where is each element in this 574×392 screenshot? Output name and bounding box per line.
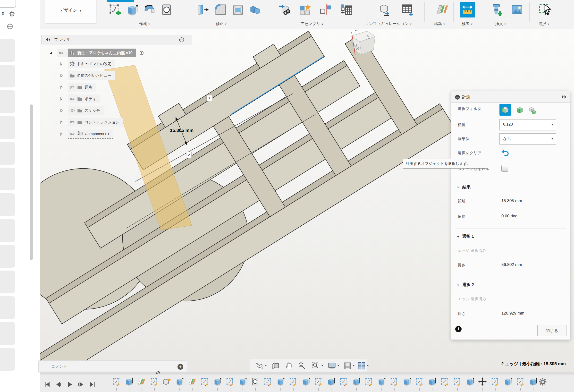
filter-face-button[interactable] bbox=[499, 104, 511, 116]
precision-select[interactable]: 0.123▼ bbox=[499, 119, 556, 130]
eye-icon[interactable] bbox=[69, 119, 75, 125]
timeline-feature-extrude[interactable] bbox=[124, 377, 134, 387]
group-dropdown-3[interactable]: アセンブリ▼ bbox=[300, 21, 324, 26]
configuration-table-button[interactable] bbox=[400, 2, 415, 18]
eye-off-icon[interactable] bbox=[69, 84, 75, 90]
tri-closed-icon[interactable] bbox=[59, 62, 64, 66]
group-dropdown-1[interactable]: 作成▼ bbox=[139, 21, 150, 26]
extrude-button[interactable] bbox=[124, 2, 140, 18]
timeline-feature-sketch[interactable] bbox=[200, 377, 210, 387]
timeline-feature-extrude[interactable] bbox=[351, 377, 361, 387]
timeline-feature-sketch[interactable] bbox=[288, 377, 298, 387]
timeline-feature-component[interactable] bbox=[162, 377, 172, 387]
timeline-feature-extrude[interactable] bbox=[528, 377, 538, 387]
tri-expanded-icon[interactable] bbox=[49, 51, 53, 55]
chevron-down-icon[interactable]: ▼ bbox=[321, 364, 323, 367]
group-dropdown-2[interactable]: 修正▼ bbox=[216, 21, 227, 26]
measure-panel-header[interactable]: 計測 bbox=[451, 91, 570, 103]
insert-derive-button[interactable] bbox=[277, 2, 292, 18]
timeline-feature-sketch[interactable] bbox=[112, 377, 122, 387]
tri-closed-icon[interactable] bbox=[59, 96, 64, 101]
look-at-button[interactable] bbox=[271, 362, 280, 370]
timeline-feature-extrude[interactable] bbox=[465, 377, 475, 387]
chevron-down-icon[interactable]: ▼ bbox=[337, 364, 339, 367]
timeline-feature-sketch[interactable] bbox=[440, 377, 450, 387]
eye-icon[interactable] bbox=[69, 131, 75, 137]
combine-button[interactable] bbox=[247, 2, 263, 18]
timeline-feature-sketch[interactable] bbox=[314, 377, 323, 387]
timeline-feature-sketch[interactable] bbox=[339, 377, 349, 387]
eye-icon[interactable] bbox=[69, 96, 75, 102]
tree-item-chip[interactable]: Component1:1 bbox=[68, 129, 113, 139]
group-dropdown-8[interactable]: 選択▼ bbox=[538, 21, 550, 26]
step-forward-button[interactable] bbox=[77, 381, 85, 389]
close-button[interactable]: 閉じる bbox=[537, 325, 567, 336]
tri-closed-icon[interactable] bbox=[59, 85, 64, 90]
tree-row-コンストラクション[interactable]: コンストラクション bbox=[59, 118, 123, 126]
tri-closed-icon[interactable] bbox=[59, 73, 64, 78]
tree-row-ドキュメントの設定[interactable]: ドキュメントの設定 bbox=[59, 60, 115, 68]
filter-component-button[interactable] bbox=[529, 105, 538, 115]
secondary-unit-select[interactable]: なし▼ bbox=[499, 133, 556, 144]
joint-origin-button[interactable] bbox=[339, 2, 354, 18]
tri-closed-icon[interactable] bbox=[59, 108, 64, 113]
chevron-down-icon[interactable]: ▼ bbox=[352, 364, 355, 367]
play-button[interactable] bbox=[66, 381, 74, 389]
timeline-feature-extrude[interactable] bbox=[377, 377, 387, 387]
joint-button[interactable] bbox=[318, 2, 334, 18]
cad-model[interactable] bbox=[40, 29, 462, 392]
tree-row-Component1:1[interactable]: Component1:1 bbox=[59, 129, 113, 139]
skip-start-button[interactable] bbox=[44, 381, 51, 389]
undo-icon[interactable] bbox=[501, 149, 510, 157]
timeline-feature-extrude[interactable] bbox=[402, 377, 412, 387]
timeline-feature-extrude[interactable] bbox=[276, 377, 286, 387]
insert-canvas-button[interactable] bbox=[510, 2, 525, 18]
measure-button[interactable] bbox=[460, 2, 475, 18]
display-settings-button[interactable] bbox=[328, 362, 336, 370]
timeline-feature-sketch[interactable] bbox=[415, 377, 424, 387]
fillet-button[interactable] bbox=[213, 2, 228, 18]
timeline-scrubber[interactable]: /// bbox=[156, 370, 160, 375]
gear-icon[interactable] bbox=[9, 11, 15, 17]
step-back-button[interactable] bbox=[55, 381, 63, 389]
timeline-feature-sketch[interactable] bbox=[225, 377, 235, 387]
group-dropdown-5[interactable]: 構築▼ bbox=[434, 21, 445, 26]
background-scrollbar[interactable] bbox=[30, 104, 33, 260]
comment-bar[interactable]: コメント + bbox=[38, 360, 187, 373]
timeline-feature-sketch[interactable] bbox=[452, 377, 462, 387]
timeline-feature-sketch[interactable] bbox=[150, 377, 159, 387]
shell-button[interactable] bbox=[230, 2, 246, 18]
tree-item-chip[interactable]: コンストラクション bbox=[68, 118, 123, 126]
fit-button[interactable] bbox=[312, 362, 320, 370]
insert-fastener-button[interactable] bbox=[489, 2, 505, 18]
tree-item-chip[interactable]: 原点 bbox=[68, 83, 96, 92]
globe-icon[interactable] bbox=[6, 23, 14, 30]
create-sketch-button[interactable] bbox=[107, 2, 123, 18]
tree-row-root[interactable]: 新生コアロケちゃん__内臓 v10 bbox=[49, 49, 144, 57]
tree-item-chip[interactable]: スケッチ bbox=[68, 106, 104, 115]
new-component-button[interactable] bbox=[297, 2, 313, 18]
group-dropdown-7[interactable]: 挿入▼ bbox=[495, 21, 506, 26]
workspace-tab[interactable]: デザイン▼ bbox=[45, 0, 96, 23]
grid-display-button[interactable] bbox=[343, 362, 351, 370]
revolve-button[interactable] bbox=[142, 2, 157, 18]
timeline-feature-move[interactable] bbox=[478, 377, 488, 387]
tri-closed-icon[interactable] bbox=[59, 132, 64, 137]
pan-button[interactable] bbox=[285, 362, 293, 370]
timeline-feature-sketch[interactable] bbox=[516, 377, 525, 387]
timeline-feature-sketch[interactable] bbox=[364, 377, 374, 387]
info-icon[interactable]: i bbox=[455, 326, 462, 332]
timeline-feature-extrude[interactable] bbox=[301, 377, 311, 387]
results-section-header[interactable]: ▼結果 bbox=[457, 184, 471, 190]
timeline-feature-extrude[interactable] bbox=[326, 377, 336, 387]
timeline-feature-sketch[interactable] bbox=[491, 377, 500, 387]
timeline-feature-extrude[interactable] bbox=[238, 377, 248, 387]
timeline-feature-plane[interactable] bbox=[137, 377, 147, 387]
panel-dock-icon[interactable] bbox=[561, 95, 567, 99]
show-step-points-checkbox[interactable] bbox=[501, 165, 508, 172]
selection1-section-header[interactable]: ▼選択 1 bbox=[457, 234, 474, 239]
configuration-button[interactable] bbox=[377, 2, 392, 18]
tree-row-名前の付いたビュー[interactable]: 名前の付いたビュー bbox=[59, 71, 115, 80]
activate-component-radio[interactable] bbox=[139, 50, 144, 56]
collapse-panel-icon[interactable] bbox=[45, 37, 51, 42]
